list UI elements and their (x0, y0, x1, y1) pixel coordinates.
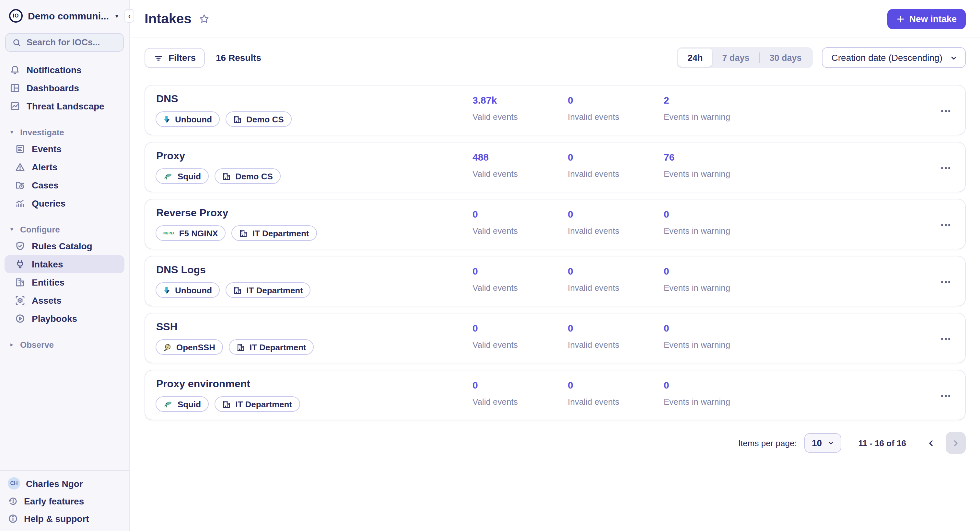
sidebar: IO Demo communi... ▾ Search for IOCs... … (0, 0, 130, 531)
events-icon (15, 144, 25, 154)
entity-badge: IT Department (232, 225, 317, 241)
invalid-events-link[interactable]: 0 (568, 152, 573, 163)
search-input[interactable]: Search for IOCs... (5, 33, 124, 52)
sidebar-item-assets[interactable]: Assets (0, 292, 129, 309)
search-placeholder: Search for IOCs... (27, 38, 100, 47)
invalid-events-link[interactable]: 0 (568, 379, 573, 390)
building-icon (233, 286, 242, 294)
previous-page-button[interactable] (924, 436, 938, 450)
valid-events-link[interactable]: 488 (473, 152, 489, 163)
unbound-icon (163, 115, 170, 124)
dashboard-icon (10, 83, 20, 93)
building-icon (222, 172, 231, 180)
sidebar-item-label: Dashboards (27, 83, 79, 93)
sidebar-group-investigate[interactable]: ▾ Investigate (0, 124, 129, 140)
sort-dropdown[interactable]: Creation date (Descending) (822, 47, 966, 68)
intake-name: Proxy environment (156, 378, 250, 390)
connector-badge: Unbound (156, 111, 220, 127)
new-intake-button[interactable]: New intake (887, 9, 966, 29)
shield-check-icon (15, 241, 25, 251)
tab-7-days[interactable]: 7 days (712, 49, 759, 67)
warning-events-link[interactable]: 0 (664, 209, 669, 220)
row-menu-button[interactable] (938, 105, 953, 117)
connector-badge: OpenSSH (156, 339, 223, 355)
sidebar-nav: Notifications Dashboards Threat Landscap… (0, 61, 129, 352)
early-features-item[interactable]: Early features (0, 492, 129, 510)
invalid-events-link[interactable]: 0 (568, 265, 573, 276)
valid-events-link[interactable]: 3.87k (473, 95, 497, 106)
intake-card-dns-logs[interactable]: DNS Logs Unbound IT Department 0Valid ev… (145, 256, 966, 306)
row-menu-button[interactable] (938, 219, 953, 231)
page-size-dropdown[interactable]: 10 (805, 433, 842, 453)
intake-card-proxy[interactable]: Proxy Squid Demo CS 488Valid events 0Inv… (145, 142, 966, 192)
sidebar-item-alerts[interactable]: Alerts (0, 158, 129, 176)
sidebar-item-dashboards[interactable]: Dashboards (0, 79, 129, 97)
intake-name: Reverse Proxy (156, 207, 228, 219)
valid-events-link[interactable]: 0 (473, 379, 478, 390)
asset-cube-icon (15, 295, 25, 306)
plug-icon (15, 259, 25, 269)
sidebar-group-observe[interactable]: ▸ Observe (0, 337, 129, 352)
sidebar-item-rules-catalog[interactable]: Rules Catalog (0, 237, 129, 255)
squid-icon (163, 400, 173, 408)
page-title: Intakes (145, 11, 191, 27)
star-icon[interactable] (199, 14, 210, 24)
warning-events-link[interactable]: 2 (664, 95, 669, 106)
valid-events-link[interactable]: 0 (473, 209, 478, 220)
org-switcher[interactable]: IO Demo communi... ▾ (0, 0, 129, 23)
valid-events-link[interactable]: 0 (473, 322, 478, 333)
caret-down-icon: ▾ (115, 13, 118, 19)
chevron-down-icon (828, 440, 834, 446)
valid-events-link[interactable]: 0 (473, 265, 478, 276)
tab-30-days[interactable]: 30 days (760, 49, 811, 67)
sidebar-group-configure[interactable]: ▾ Configure (0, 222, 129, 237)
intake-card-dns[interactable]: DNS Unbound Demo CS 3.87kValid events 0I… (145, 85, 966, 135)
sidebar-item-entities[interactable]: Entities (0, 273, 129, 292)
row-menu-button[interactable] (938, 333, 953, 344)
sidebar-item-label: Notifications (27, 65, 82, 75)
entity-badge: Demo CS (226, 111, 292, 127)
avatar: CH (8, 477, 20, 490)
intake-card-reverse-proxy[interactable]: Reverse Proxy NGINX F5 NGINX IT Departme… (145, 199, 966, 249)
query-chart-icon (15, 198, 25, 209)
warning-events-link[interactable]: 0 (664, 322, 669, 333)
play-circle-icon (15, 314, 25, 324)
pagination: Items per page: 10 11 - 16 of 16 (130, 427, 980, 454)
entity-badge: IT Department (215, 396, 300, 412)
sidebar-item-cases[interactable]: Cases (0, 176, 129, 194)
sidebar-item-notifications[interactable]: Notifications (0, 61, 129, 79)
invalid-events-link[interactable]: 0 (568, 95, 573, 106)
sidebar-item-queries[interactable]: Queries (0, 194, 129, 212)
next-page-button[interactable] (946, 432, 966, 454)
page-header: Intakes New intake (130, 0, 980, 38)
warning-events-link[interactable]: 0 (664, 265, 669, 276)
intake-card-proxy-environment[interactable]: Proxy environment Squid IT Department 0V… (145, 370, 966, 420)
intake-name: SSH (156, 321, 178, 333)
warning-events-link[interactable]: 0 (664, 379, 669, 390)
items-per-page-label: Items per page: (738, 438, 797, 448)
sidebar-item-intakes[interactable]: Intakes (5, 255, 124, 273)
row-menu-button[interactable] (938, 390, 953, 401)
filters-button[interactable]: Filters (145, 48, 205, 68)
sidebar-collapse-button[interactable]: ‹ (124, 9, 134, 23)
invalid-events-link[interactable]: 0 (568, 322, 573, 333)
row-menu-button[interactable] (938, 276, 953, 287)
squid-icon (163, 172, 173, 180)
unbound-icon (163, 286, 170, 294)
help-support-item[interactable]: Help & support (0, 510, 129, 527)
sidebar-item-threat-landscape[interactable]: Threat Landscape (0, 97, 129, 115)
sidebar-item-label: Threat Landscape (27, 101, 104, 111)
history-icon (8, 496, 18, 506)
tab-24h[interactable]: 24h (678, 49, 713, 67)
warning-events-link[interactable]: 76 (664, 152, 675, 163)
invalid-events-link[interactable]: 0 (568, 209, 573, 220)
openssh-icon (163, 343, 172, 351)
sidebar-item-events[interactable]: Events (0, 140, 129, 158)
intake-name: DNS Logs (156, 264, 206, 276)
row-menu-button[interactable] (938, 162, 953, 174)
building-icon (240, 229, 248, 237)
sidebar-item-playbooks[interactable]: Playbooks (0, 309, 129, 328)
user-menu[interactable]: CH Charles Ngor (0, 475, 129, 492)
intake-card-ssh[interactable]: SSH OpenSSH IT Department 0Valid events … (145, 313, 966, 363)
bell-icon (10, 65, 20, 75)
